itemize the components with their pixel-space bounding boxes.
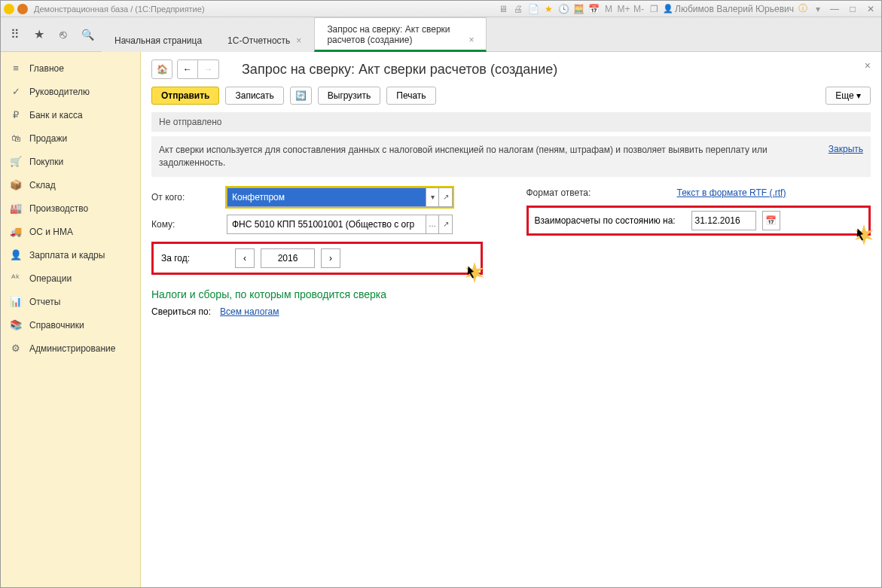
minimize-button[interactable]: — [827,4,842,14]
year-value[interactable]: 2016 [261,248,315,268]
books-icon: 📚 [10,319,22,331]
sidebar-item-label: Справочники [29,320,84,331]
more-button[interactable]: Еще ▾ [826,87,871,105]
svg-marker-1 [855,224,873,245]
titlebar: Демонстрационная база / (1С:Предприятие)… [1,1,881,17]
chart-bars-icon: 📊 [10,296,22,307]
sidebar-item-manager[interactable]: ✓Руководителю [1,80,140,103]
info-close-link[interactable]: Закрыть [829,144,863,154]
sidebar-item-admin[interactable]: ⚙Администрирование [1,337,140,360]
format-link[interactable]: Текст в формате RTF (.rtf) [677,187,786,198]
export-button[interactable]: Выгрузить [318,87,381,105]
info-icon[interactable]: ⓘ [797,3,809,15]
sidebar-item-main[interactable]: ≡Главное [1,56,140,80]
from-input-wrap: ▾ ↗ [227,187,453,207]
apps-icon[interactable]: ⠿ [8,28,22,41]
balance-label: Взаиморасчеты по состоянию на: [535,215,685,226]
send-button[interactable]: Отправить [151,87,219,105]
open-icon[interactable]: ↗ [438,188,452,206]
history-icon[interactable]: ⎋ [56,28,70,41]
balance-date-input[interactable]: 31.12.2016 [691,211,756,230]
clock-icon[interactable]: 🕓 [557,3,569,15]
sidebar-item-label: Продажи [29,133,67,144]
tool-icon[interactable]: 🖥 [497,3,509,15]
tab-label: Начальная страница [114,35,202,46]
sidebar-item-label: Операции [29,273,72,284]
refresh-button[interactable]: 🔄 [290,87,312,105]
sidebar-item-catalogs[interactable]: 📚Справочники [1,313,140,337]
from-input[interactable] [227,188,426,206]
from-label: От кого: [151,192,227,203]
sidebar-item-warehouse[interactable]: 📦Склад [1,173,140,197]
sidebar-item-label: Руководителю [29,87,90,97]
forward-button[interactable]: → [198,59,219,79]
user-name: Любимов Валерий Юрьевич [675,4,794,14]
app-icon-secondary [17,4,28,14]
year-prev-button[interactable]: ‹ [235,248,255,268]
star-icon[interactable]: ★ [32,28,46,41]
dropdown-icon[interactable]: ▾ [812,3,824,15]
sidebar-item-reports[interactable]: 📊Отчеты [1,290,140,313]
sidebar-item-assets[interactable]: 🚚ОС и НМА [1,220,140,243]
tool-icon[interactable]: 🖨 [512,3,524,15]
m-plus-label[interactable]: M+ [618,3,630,15]
close-window-button[interactable]: ✕ [863,4,878,14]
to-input[interactable] [227,215,426,233]
save-button[interactable]: Записать [225,87,283,105]
check-by-label: Свериться по: [151,306,211,317]
sidebar-item-purchases[interactable]: 🛒Покупки [1,150,140,173]
operations-icon: ᴬᵏ [10,273,22,284]
tab-reporting[interactable]: 1С-Отчетность× [215,29,314,52]
print-button[interactable]: Печать [386,87,435,105]
calendar-button[interactable]: 📅 [762,211,780,230]
format-label: Формат ответа: [526,187,677,198]
status-strip: Не отправлено [151,112,871,132]
sidebar-item-bank[interactable]: ₽Банк и касса [1,103,140,126]
cart-icon: 🛒 [10,156,22,167]
svg-marker-0 [465,262,484,283]
tab-close-icon[interactable]: × [468,35,474,45]
title-tools: 🖥 🖨 📄 ★ 🕓 🧮 📅 M M+ M- ❐ 👤 Любимов Валери… [497,3,878,15]
tab-label: Запрос на сверку: Акт сверки расчетов (с… [327,24,462,45]
year-next-button[interactable]: › [321,248,340,268]
tab-home[interactable]: Начальная страница [102,29,215,52]
to-input-wrap: … ↗ [227,215,453,234]
to-label: Кому: [151,219,227,230]
maximize-button[interactable]: □ [845,4,860,14]
factory-icon: 🏭 [10,203,22,214]
sidebar-item-hr[interactable]: 👤Зарплата и кадры [1,243,140,267]
sidebar-item-sales[interactable]: 🛍Продажи [1,126,140,150]
current-user[interactable]: 👤 Любимов Валерий Юрьевич [663,4,794,14]
m-label[interactable]: M [603,3,615,15]
box-icon: 📦 [10,179,22,190]
m-minus-label[interactable]: M- [633,3,645,15]
window-list-icon[interactable]: ❐ [648,3,660,15]
star-icon[interactable]: ★ [542,3,554,15]
sidebar: ≡Главное ✓Руководителю ₽Банк и касса 🛍Пр… [1,52,141,587]
sidebar-item-label: Зарплата и кадры [29,250,105,260]
search-icon[interactable]: 🔍 [81,28,94,41]
home-button[interactable]: 🏠 [151,59,172,79]
tab-reconciliation[interactable]: Запрос на сверку: Акт сверки расчетов (с… [314,17,487,52]
sidebar-item-operations[interactable]: ᴬᵏОперации [1,267,140,290]
menu-icon: ≡ [10,62,22,74]
sidebar-item-label: Администрирование [29,343,115,354]
bag-icon: 🛍 [10,133,22,144]
dropdown-icon[interactable]: ▾ [426,188,439,206]
cursor-highlight-icon [853,224,874,245]
sidebar-item-label: Отчеты [29,297,60,307]
person-icon: 👤 [10,249,22,260]
calc-icon[interactable]: 🧮 [572,3,584,15]
ellipsis-icon[interactable]: … [426,215,439,233]
open-icon[interactable]: ↗ [438,215,452,233]
tabs: Начальная страница 1С-Отчетность× Запрос… [102,17,487,51]
info-strip: Акт сверки используется для сопоставлени… [151,136,871,177]
check-by-link[interactable]: Всем налогам [220,306,279,317]
sidebar-item-production[interactable]: 🏭Производство [1,197,140,220]
tool-icon[interactable]: 📄 [527,3,539,15]
sidebar-item-label: Производство [29,203,88,214]
tab-close-icon[interactable]: × [296,35,301,46]
back-button[interactable]: ← [177,59,198,79]
close-page-button[interactable]: × [865,59,871,72]
calendar-icon[interactable]: 📅 [587,3,600,15]
